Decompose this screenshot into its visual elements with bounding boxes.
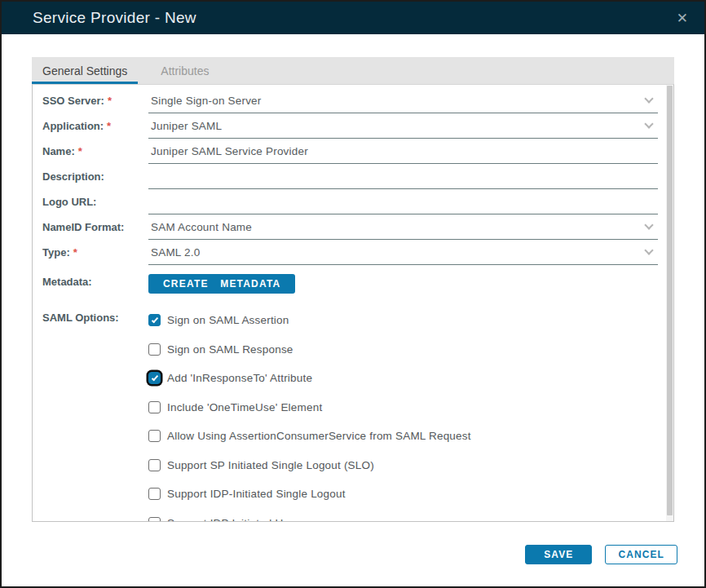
required-asterisk: *: [73, 246, 77, 259]
field-value: Juniper SAML: [151, 120, 222, 132]
field-label-cell: Name: *: [33, 139, 148, 164]
dialog-titlebar: Service Provider - New ✕: [2, 2, 704, 34]
field-label: SSO Server:: [42, 95, 104, 107]
field-value: SAML 2.0: [151, 246, 200, 259]
form-field-row: SSO Server: * Single Sign-on Server: [33, 88, 673, 113]
checkbox-label: Sign on SAML Response: [167, 343, 293, 356]
checkbox-label: Sign on SAML Assertion: [167, 314, 289, 326]
saml-option-row: Support SP Initiated Single Logout (SLO): [148, 451, 673, 480]
vertical-scrollbar[interactable]: [666, 85, 673, 521]
cancel-button[interactable]: CANCEL: [605, 545, 677, 564]
required-asterisk: *: [107, 120, 111, 132]
checkbox-label: Support SP Initiated Single Logout (SLO): [167, 459, 374, 471]
tab-strip: General Settings Attributes: [32, 57, 674, 84]
chevron-down-icon: [644, 220, 653, 229]
field-input[interactable]: [148, 164, 658, 189]
field-value: Single Sign-on Server: [151, 95, 262, 107]
checkbox-label: Allow Using AssertionConsumerService fro…: [167, 430, 471, 442]
saml-option-row: Support IDP Initiated U: [148, 509, 673, 523]
saml-options-row: SAML Options: Sign on SAML Assertion Sig…: [33, 298, 673, 522]
create-metadata-button[interactable]: CREATE METADATA: [148, 274, 295, 294]
field-label: NameID Format:: [42, 221, 124, 233]
saml-option-row: Sign on SAML Assertion: [148, 306, 673, 335]
close-icon[interactable]: ✕: [673, 10, 691, 27]
scrollbar-thumb[interactable]: [667, 86, 673, 515]
saml-option-row: Allow Using AssertionConsumerService fro…: [148, 422, 673, 451]
checkbox[interactable]: [148, 517, 161, 522]
form-field-row: Application: * Juniper SAML: [33, 113, 673, 139]
saml-option-row: Sign on SAML Response: [148, 335, 673, 365]
field-label: Name:: [42, 145, 75, 157]
checkbox-label: Support IDP-Initiated Single Logout: [167, 488, 346, 500]
form-field-row: Type: * SAML 2.0: [33, 240, 673, 265]
field-label: Application:: [42, 120, 104, 132]
field-rows: SSO Server: * Single Sign-on Server Appl…: [33, 88, 673, 265]
field-label-cell: SSO Server: *: [33, 88, 148, 113]
field-input[interactable]: SAM Account Name: [148, 214, 658, 240]
field-label: Type:: [42, 246, 70, 259]
checkbox-label: Add 'InResponseTo' Attribute: [167, 372, 312, 384]
field-input[interactable]: [148, 189, 658, 214]
saml-option-row: Support IDP-Initiated Single Logout: [148, 480, 673, 509]
checkbox[interactable]: [148, 343, 161, 356]
field-input[interactable]: Juniper SAML Service Provider: [148, 139, 658, 164]
form-field-row: Logo URL:: [33, 189, 673, 214]
field-input[interactable]: Single Sign-on Server: [148, 88, 658, 113]
general-settings-form: SSO Server: * Single Sign-on Server Appl…: [33, 85, 673, 522]
required-asterisk: *: [108, 95, 112, 107]
tab-general-settings[interactable]: General Settings: [32, 57, 138, 84]
metadata-label: Metadata:: [42, 276, 92, 288]
checkbox[interactable]: [148, 372, 161, 384]
field-label-cell: Application: *: [33, 113, 148, 139]
metadata-row: Metadata: CREATE METADATA: [33, 265, 673, 298]
field-value: Juniper SAML Service Provider: [151, 145, 308, 157]
field-value: SAM Account Name: [151, 221, 252, 233]
checkbox[interactable]: [148, 488, 161, 500]
dialog-title: Service Provider - New: [33, 9, 196, 27]
field-label-cell: Logo URL:: [33, 189, 148, 214]
field-label-cell: NameID Format:: [33, 214, 148, 240]
field-label-cell: Type: *: [33, 240, 148, 265]
form-field-row: NameID Format: SAM Account Name: [33, 214, 673, 240]
checkbox[interactable]: [148, 430, 161, 442]
field-input[interactable]: SAML 2.0: [148, 240, 658, 265]
field-input[interactable]: Juniper SAML: [148, 113, 658, 139]
checkbox[interactable]: [148, 314, 161, 326]
form-field-row: Description:: [33, 164, 673, 189]
saml-option-row: Include 'OneTimeUse' Element: [148, 393, 673, 422]
checkbox-label: Support IDP Initiated U: [167, 517, 283, 522]
service-provider-dialog: Service Provider - New ✕ General Setting…: [0, 0, 706, 588]
field-label: Description:: [42, 170, 104, 183]
tab-attributes[interactable]: Attributes: [150, 57, 219, 84]
field-label-cell: Description:: [33, 164, 148, 189]
check-icon: [151, 316, 157, 323]
saml-option-row: Add 'InResponseTo' Attribute: [148, 364, 673, 393]
save-button[interactable]: SAVE: [525, 545, 592, 564]
saml-options-label: SAML Options:: [42, 312, 119, 324]
chevron-down-icon: [644, 94, 653, 103]
check-icon: [151, 374, 157, 381]
required-asterisk: *: [78, 145, 82, 157]
checkbox[interactable]: [148, 459, 161, 471]
chevron-down-icon: [644, 245, 653, 254]
form-field-row: Name: * Juniper SAML Service Provider: [33, 139, 673, 164]
saml-options-list: Sign on SAML Assertion Sign on SAML Resp…: [148, 306, 673, 522]
field-label: Logo URL:: [42, 196, 96, 208]
checkbox-label: Include 'OneTimeUse' Element: [167, 401, 322, 413]
checkbox[interactable]: [148, 401, 161, 413]
dialog-footer: SAVE CANCEL: [525, 545, 677, 564]
chevron-down-icon: [644, 119, 653, 128]
form-scroll-panel: SSO Server: * Single Sign-on Server Appl…: [32, 84, 674, 522]
